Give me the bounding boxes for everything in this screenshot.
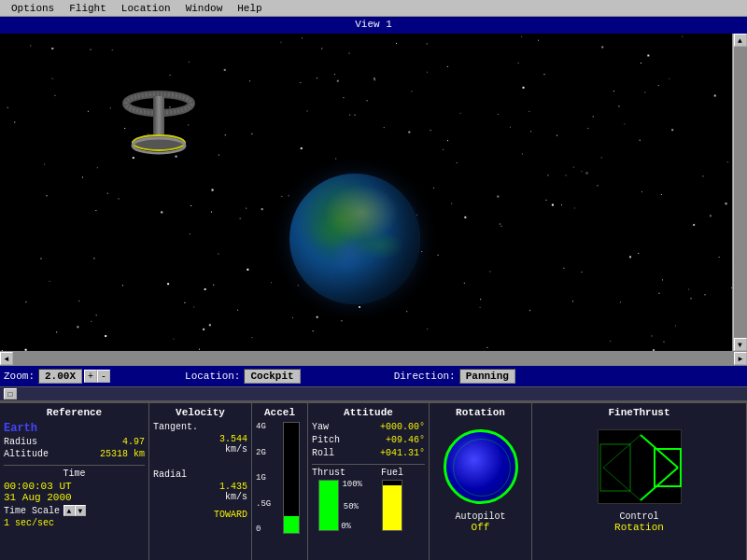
altitude-label: Altitude — [4, 449, 49, 459]
view-titlebar: View 1 — [0, 17, 747, 34]
zoom-section: Zoom: 2.00X + - — [4, 369, 110, 384]
pitch-row: Pitch +09.46° — [312, 435, 425, 445]
finethrust-display — [598, 429, 682, 504]
reference-earth: Earth — [4, 422, 145, 435]
timescale-down-btn[interactable]: ▼ — [75, 505, 86, 516]
location-section: Location: Cockpit — [185, 369, 301, 384]
menu-location[interactable]: Location — [114, 2, 178, 15]
radius-label: Radius — [4, 437, 37, 447]
direction-section: Direction: Panning — [394, 369, 515, 384]
scroll-right-btn[interactable]: ► — [734, 352, 747, 365]
scroll-up-btn[interactable]: ▲ — [734, 34, 747, 47]
hscroll-track — [13, 352, 734, 365]
svg-line-7 — [641, 468, 678, 500]
pitch-value: +09.46° — [386, 435, 425, 445]
accel-bar — [283, 422, 300, 534]
radius-value: 4.97 — [122, 437, 145, 447]
accel-half-g: .5G — [256, 499, 271, 509]
time-title: Time — [4, 465, 145, 479]
accel-4g: 4G — [256, 422, 271, 431]
radial-value: 1.435 — [219, 482, 247, 492]
fuel-bar-container: Fuel — [381, 468, 403, 531]
thrust-bar: 100% 50% 0% — [318, 480, 339, 531]
zoom-value: 2.00X — [38, 369, 82, 384]
altitude-value: 25318 km — [100, 449, 145, 459]
statusbar: Zoom: 2.00X + - Location: Cockpit Direct… — [0, 366, 747, 386]
yaw-row: Yaw +000.00° — [312, 422, 425, 432]
radial-label: Radial — [153, 469, 187, 480]
autopilot-section: Autopilot Off — [455, 511, 505, 533]
autopilot-label: Autopilot — [455, 511, 505, 522]
radial-section: Radial 1.435 km/s TOWARD — [153, 469, 247, 520]
scroll-track — [734, 47, 747, 338]
attitude-panel: Attitude Yaw +000.00° Pitch +09.46° Roll… — [308, 403, 430, 560]
velocity-title: Velocity — [153, 407, 247, 418]
accel-1g: 1G — [256, 473, 271, 483]
finethrust-svg — [599, 430, 683, 505]
instr-header-btn[interactable]: □ — [4, 388, 17, 399]
reference-panel: Reference Earth Radius 4.97 Altitude 253… — [0, 403, 149, 560]
accel-title: Accel — [256, 407, 303, 418]
location-label: Location: — [185, 371, 240, 382]
control-label: Control — [614, 511, 664, 522]
menubar: Options Flight Location Window Help — [0, 0, 747, 17]
tangent-row: Tangent. — [153, 422, 247, 432]
radial-unit-row: km/s — [153, 492, 247, 502]
time-section: Time 00:00:03 UT 31 Aug 2000 Time Scale … — [4, 465, 145, 528]
rotation-indicator — [444, 429, 518, 504]
accel-labels: 4G 2G 1G .5G 0 — [256, 422, 271, 534]
timescale-value: 1 sec/sec — [4, 518, 145, 528]
accel-bar-fill — [284, 516, 299, 533]
tangent-value-row: 3.544 — [153, 434, 247, 444]
thrust-fuel-section: Thrust 100% 50% 0% Fuel — [312, 464, 425, 531]
timescale-row: Time Scale ▲ ▼ — [4, 505, 145, 516]
instruments-panel: Reference Earth Radius 4.97 Altitude 253… — [0, 401, 747, 560]
horizontal-scrollbar[interactable]: ◄ ► — [0, 351, 747, 366]
svg-line-6 — [641, 435, 678, 468]
rotation-panel: Rotation Autopilot Off — [430, 403, 532, 560]
yaw-value: +000.00° — [380, 422, 425, 432]
toward-label: TOWARD — [214, 510, 247, 520]
scroll-left-btn[interactable]: ◄ — [0, 352, 13, 365]
accel-display: 4G 2G 1G .5G 0 — [256, 422, 303, 534]
radius-row: Radius 4.97 — [4, 437, 145, 447]
zoom-minus-btn[interactable]: - — [97, 370, 110, 383]
menu-options[interactable]: Options — [4, 2, 62, 15]
thrust-bar-fill — [319, 481, 338, 530]
tangent-value: 3.544 — [219, 434, 247, 444]
zoom-plus-btn[interactable]: + — [84, 370, 97, 383]
rotation-title: Rotation — [456, 407, 505, 418]
svg-line-9 — [603, 468, 641, 500]
menu-flight[interactable]: Flight — [62, 2, 114, 15]
date-value: 31 Aug 2000 — [4, 492, 145, 503]
thrust-label: Thrust — [312, 468, 345, 478]
toward-row: TOWARD — [153, 510, 247, 520]
viewport[interactable]: ▲ ▼ — [0, 34, 747, 351]
timescale-up-btn[interactable]: ▲ — [63, 505, 75, 516]
tangent-label: Tangent. — [153, 422, 198, 432]
radial-unit: km/s — [225, 492, 247, 502]
finethrust-panel: FineThrust Control Rotation — [532, 403, 747, 560]
thrust-0: 0% — [341, 522, 351, 531]
instruments-header: □ — [0, 386, 747, 401]
accel-2g: 2G — [256, 448, 271, 457]
attitude-title: Attitude — [312, 407, 425, 418]
viewport-scrollbar[interactable]: ▲ ▼ — [732, 34, 747, 351]
thrust-100: 100% — [342, 480, 362, 489]
thrust-50: 50% — [344, 502, 359, 511]
finethrust-title: FineThrust — [608, 407, 669, 418]
roll-label: Roll — [312, 448, 334, 458]
roll-row: Roll +041.31° — [312, 448, 425, 458]
earth-globe — [289, 174, 420, 304]
thrust-bar-container: Thrust 100% 50% 0% — [312, 468, 345, 531]
altitude-row: Altitude 25318 km — [4, 449, 145, 459]
pitch-label: Pitch — [312, 435, 340, 445]
direction-label: Direction: — [394, 371, 456, 382]
autopilot-value: Off — [455, 522, 505, 533]
menu-window[interactable]: Window — [178, 2, 231, 15]
scroll-down-btn[interactable]: ▼ — [734, 338, 747, 351]
control-value: Rotation — [614, 522, 664, 533]
accel-panel: Accel 4G 2G 1G .5G 0 — [252, 403, 308, 560]
location-value: Cockpit — [244, 369, 300, 384]
menu-help[interactable]: Help — [230, 2, 269, 15]
